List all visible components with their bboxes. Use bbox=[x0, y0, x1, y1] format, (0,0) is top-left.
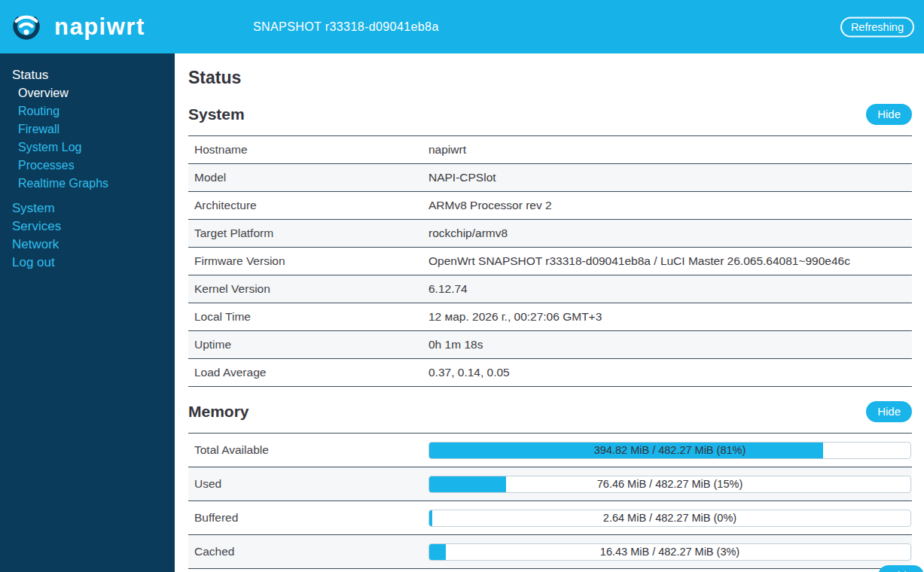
sidebar-item-routing[interactable]: Routing bbox=[0, 102, 175, 120]
memory-table: Total Available 394.82 MiB / 482.27 MiB … bbox=[188, 433, 912, 569]
row-label: Architecture bbox=[188, 199, 428, 212]
row-value: 6.12.74 bbox=[428, 282, 912, 296]
table-row: Architecture ARMv8 Processor rev 2 bbox=[188, 192, 912, 220]
row-label: Hostname bbox=[188, 143, 428, 157]
row-label: Buffered bbox=[188, 511, 428, 525]
row-label: Load Average bbox=[188, 366, 428, 379]
row-label: Model bbox=[188, 171, 428, 184]
sidebar-item-realtime-graphs[interactable]: Realtime Graphs bbox=[0, 175, 175, 193]
sidebar-item-system[interactable]: System bbox=[0, 199, 175, 218]
row-label: Firmware Version bbox=[188, 254, 428, 268]
sidebar-item-processes[interactable]: Processes bbox=[0, 157, 175, 175]
page-title: Status bbox=[188, 68, 912, 88]
progress-text: 394.82 MiB / 482.27 MiB (81%) bbox=[429, 443, 910, 458]
progress-text: 76.46 MiB / 482.27 MiB (15%) bbox=[429, 476, 910, 492]
table-row: Used 76.46 MiB / 482.27 MiB (15%) bbox=[188, 467, 912, 501]
table-row: Model NAPI-CPSlot bbox=[188, 164, 912, 192]
sidebar-group-gap bbox=[0, 193, 175, 199]
main-content: Status System Hide Hostname napiwrt Mode… bbox=[175, 53, 924, 572]
memory-progress-bar: 16.43 MiB / 482.27 MiB (3%) bbox=[428, 543, 911, 561]
firmware-snapshot-title: SNAPSHOT r33318-d09041eb8a bbox=[253, 20, 439, 34]
memory-section: Memory Hide Total Available 394.82 MiB /… bbox=[188, 401, 912, 569]
system-section-title: System bbox=[188, 105, 245, 123]
row-label: Used bbox=[188, 477, 428, 491]
progress-text: 2.64 MiB / 482.27 MiB (0%) bbox=[429, 510, 910, 526]
row-label: Local Time bbox=[188, 310, 428, 324]
table-row: Firmware Version OpenWrt SNAPSHOT r33318… bbox=[188, 248, 912, 275]
sidebar-item-status[interactable]: Status bbox=[0, 66, 175, 84]
table-row: Kernel Version 6.12.74 bbox=[188, 275, 912, 303]
table-row: Target Platform rockchip/armv8 bbox=[188, 220, 912, 248]
logo: napiwrt bbox=[9, 10, 145, 44]
sidebar-item-network[interactable]: Network bbox=[0, 236, 175, 254]
sidebar-item-services[interactable]: Services bbox=[0, 218, 175, 236]
sidebar-item-overview[interactable]: Overview bbox=[0, 84, 175, 102]
row-value: rockchip/armv8 bbox=[428, 227, 912, 240]
memory-section-title: Memory bbox=[188, 403, 249, 421]
row-label: Uptime bbox=[188, 338, 428, 351]
table-row: Cached 16.43 MiB / 482.27 MiB (3%) bbox=[188, 535, 912, 569]
header: napiwrt SNAPSHOT r33318-d09041eb8a Refre… bbox=[0, 0, 924, 53]
next-section-hide-button[interactable]: Hide bbox=[878, 565, 924, 572]
row-value: 0.37, 0.14, 0.05 bbox=[428, 366, 912, 379]
sidebar-item-logout[interactable]: Log out bbox=[0, 254, 175, 272]
system-section: System Hide Hostname napiwrt Model NAPI-… bbox=[188, 104, 912, 387]
row-label: Cached bbox=[188, 545, 428, 558]
sidebar-item-system-log[interactable]: System Log bbox=[0, 138, 175, 157]
memory-progress-bar: 2.64 MiB / 482.27 MiB (0%) bbox=[428, 510, 911, 527]
table-row: Total Available 394.82 MiB / 482.27 MiB … bbox=[188, 434, 912, 467]
row-label: Kernel Version bbox=[188, 282, 428, 296]
table-row: Local Time 12 мар. 2026 г., 00:27:06 GMT… bbox=[188, 303, 912, 331]
row-value: 12 мар. 2026 г., 00:27:06 GMT+3 bbox=[428, 310, 912, 324]
progress-text: 16.43 MiB / 482.27 MiB (3%) bbox=[429, 544, 910, 560]
row-value: 0h 1m 18s bbox=[428, 338, 912, 351]
row-value: NAPI-CPSlot bbox=[428, 171, 912, 184]
memory-progress-bar: 76.46 MiB / 482.27 MiB (15%) bbox=[428, 476, 911, 493]
system-hide-button[interactable]: Hide bbox=[866, 104, 912, 125]
sidebar: Status Overview Routing Firewall System … bbox=[0, 53, 175, 572]
row-label: Target Platform bbox=[188, 227, 428, 240]
row-value: napiwrt bbox=[428, 143, 912, 157]
row-value: ARMv8 Processor rev 2 bbox=[428, 199, 912, 212]
refreshing-indicator[interactable]: Refreshing bbox=[840, 17, 914, 37]
memory-progress-bar: 394.82 MiB / 482.27 MiB (81%) bbox=[428, 442, 911, 459]
row-label: Total Available bbox=[188, 443, 428, 457]
table-row: Hostname napiwrt bbox=[188, 136, 912, 164]
table-row: Load Average 0.37, 0.14, 0.05 bbox=[188, 359, 912, 387]
wifi-logo-icon bbox=[9, 10, 44, 44]
memory-hide-button[interactable]: Hide bbox=[866, 401, 912, 422]
brand-name: napiwrt bbox=[54, 14, 145, 41]
table-row: Uptime 0h 1m 18s bbox=[188, 331, 912, 359]
row-value: OpenWrt SNAPSHOT r33318-d09041eb8a / LuC… bbox=[428, 254, 912, 268]
sidebar-item-firewall[interactable]: Firewall bbox=[0, 120, 175, 138]
table-row: Buffered 2.64 MiB / 482.27 MiB (0%) bbox=[188, 501, 912, 535]
system-info-table: Hostname napiwrt Model NAPI-CPSlot Archi… bbox=[188, 135, 912, 387]
